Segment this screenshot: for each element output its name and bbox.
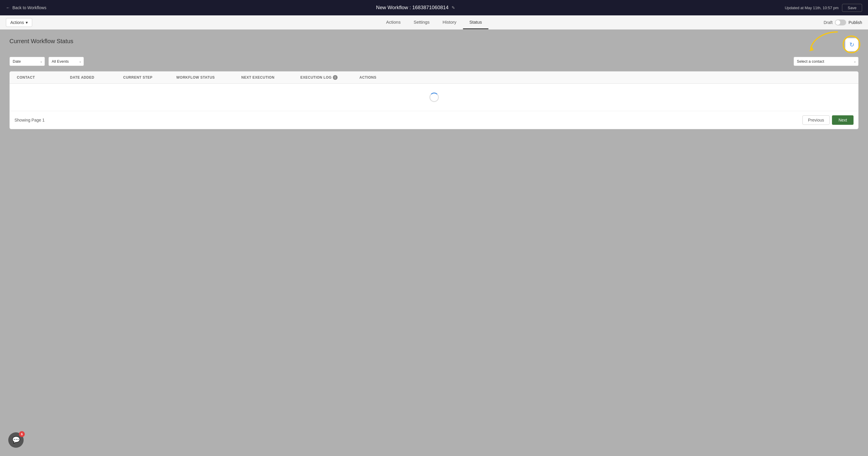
th-actions: ACTIONS [357,72,386,83]
th-execution-log: EXECUTION LOG i [298,72,357,83]
previous-button[interactable]: Previous [802,115,830,125]
subnav-right: Draft Publish [824,20,862,25]
tab-status[interactable]: Status [463,16,489,29]
chat-badge: 6 [19,431,25,437]
pagination-buttons: Previous Next [802,115,854,125]
subnav-left: Actions ▾ [6,18,32,27]
th-next-execution: NEXT EXECUTION [239,72,298,83]
actions-dropdown-label: Actions [10,20,24,25]
tab-actions[interactable]: Actions [379,16,407,29]
updated-text: Updated at May 11th, 10:57 pm [785,6,838,10]
edit-icon[interactable]: ✎ [452,5,455,10]
refresh-icon: ↻ [849,41,855,48]
page-title: Current Workflow Status [9,38,73,45]
table-body [10,84,858,111]
contact-filter[interactable]: Select a contact [794,57,859,66]
tab-history[interactable]: History [436,16,463,29]
th-contact: CONTACT [14,72,68,83]
workflow-title-area: New Workflow : 1683871060814 ✎ [376,5,455,11]
info-icon: i [333,75,338,80]
pagination-row: Showing Page 1 Previous Next [10,111,858,129]
subnav-tabs: Actions Settings History Status [379,16,489,29]
table-header: CONTACT DATE ADDED CURRENT STEP WORKFLOW… [10,72,858,84]
page-info: Showing Page 1 [14,118,44,122]
back-arrow-icon: ← [6,5,10,10]
chat-icon: 💬 [12,436,20,444]
draft-label: Draft [824,20,833,25]
status-table: CONTACT DATE ADDED CURRENT STEP WORKFLOW… [9,71,859,129]
tab-settings[interactable]: Settings [407,16,436,29]
th-current-step: CURRENT STEP [121,72,174,83]
th-date-added: DATE ADDED [68,72,121,83]
back-label: Back to Workflows [12,5,46,10]
events-filter[interactable]: All Events [49,57,84,66]
actions-dropdown-button[interactable]: Actions ▾ [6,18,32,27]
publish-label: Publish [848,20,862,25]
subnav: Actions ▾ Actions Settings History Statu… [0,16,868,30]
arrow-annotation [808,29,843,53]
refresh-button-area: ↻ [845,38,859,52]
date-filter-wrap: Date ⌄ [9,57,45,66]
chevron-down-icon: ▾ [26,20,28,25]
topbar-right: Updated at May 11th, 10:57 pm Save [785,4,862,12]
loading-spinner [429,92,439,102]
draft-publish-toggle-area: Draft Publish [824,20,862,25]
back-to-workflows[interactable]: ← Back to Workflows [6,5,46,10]
contact-filter-wrap: Select a contact ⌄ [794,57,859,66]
refresh-button[interactable]: ↻ [845,38,859,52]
th-workflow-status: WORKFLOW STATUS [174,72,239,83]
events-filter-wrap: All Events ⌄ [49,57,84,66]
chat-bubble[interactable]: 💬 6 [8,432,24,448]
draft-publish-toggle[interactable] [835,20,846,25]
topbar: ← Back to Workflows New Workflow : 16838… [0,0,868,16]
save-button[interactable]: Save [842,4,862,12]
filters-row: Date ⌄ All Events ⌄ Select a contact ⌄ [9,57,859,66]
date-filter[interactable]: Date [9,57,45,66]
main-content: Current Workflow Status ↻ Date ⌄ [0,30,868,456]
workflow-title: New Workflow : 1683871060814 [376,5,448,11]
next-button[interactable]: Next [832,115,854,125]
